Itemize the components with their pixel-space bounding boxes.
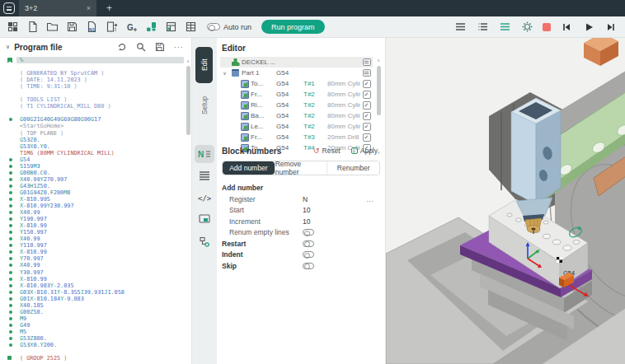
open-folder-icon[interactable] <box>45 20 59 34</box>
code-tool-icon[interactable]: </> <box>195 189 214 207</box>
calculator-icon[interactable] <box>164 20 178 34</box>
enabled-checkbox[interactable]: ✓ <box>363 80 371 88</box>
vertical-tab-setup[interactable]: Setup <box>195 90 213 121</box>
toggle-off-icon[interactable] <box>303 263 314 269</box>
settings-gear-icon[interactable] <box>520 20 534 34</box>
table-icon[interactable] <box>184 20 198 34</box>
search-icon[interactable] <box>136 42 146 52</box>
code-line[interactable]: X-810.983Y-2.035 <box>0 282 184 289</box>
form-value[interactable]: N <box>303 195 308 203</box>
numbered-list-icon[interactable] <box>476 20 490 34</box>
tab-renumber[interactable]: Renumber <box>327 161 379 175</box>
tree-row[interactable]: Ba...G54T#280mm Cylindrical ...✓ <box>220 110 373 121</box>
code-line[interactable]: X-810.99 <box>0 222 184 229</box>
code-line[interactable]: M5 <box>0 329 184 335</box>
block-numbers-tool-icon[interactable]: N <box>195 145 214 163</box>
new-file-icon[interactable] <box>26 20 40 34</box>
code-line[interactable]: G53Z0. <box>0 137 184 143</box>
toggle-off-icon[interactable] <box>303 251 314 258</box>
code-line[interactable]: X40.99 <box>0 209 184 216</box>
tree-chevron-icon[interactable]: ∨ <box>220 70 229 76</box>
code-line[interactable]: G01X-810.184Y-9.083 <box>0 296 184 302</box>
step-forward-icon[interactable] <box>604 20 618 34</box>
more-options-button[interactable]: ... <box>366 195 374 203</box>
code-line[interactable] <box>0 90 184 96</box>
tree-scrollbar[interactable]: ∧ ∨ <box>376 58 382 155</box>
code-line[interactable]: G00Z50. <box>0 309 184 315</box>
enabled-checkbox[interactable]: ✓ <box>363 112 371 120</box>
code-line[interactable]: % <box>0 57 184 63</box>
save-icon[interactable] <box>65 20 79 34</box>
code-line[interactable]: G03X-810.31Y-8.355I39.931J1.058 <box>0 289 184 296</box>
code-line[interactable]: G00G21G40G49G69G80G90G17 <box>0 116 184 123</box>
code-line[interactable]: <StartGoHome> <box>0 123 184 129</box>
reset-button[interactable]: ↺ Reset <box>313 147 341 155</box>
code-line[interactable]: X40.99Y270.997 <box>0 176 184 183</box>
code-line[interactable]: ( TOOLS LIST ) <box>0 96 184 103</box>
code-line[interactable]: X-810.99Y230.997 <box>0 203 184 209</box>
list-tool-icon[interactable] <box>195 166 214 184</box>
code-line[interactable]: S159M3 <box>0 163 184 170</box>
close-tab-icon[interactable]: × <box>87 4 91 12</box>
code-line[interactable]: ( T1 CYLINDRICAL_MILL D80 ) <box>0 103 184 110</box>
code-line[interactable]: G43H1Z50. <box>0 183 184 189</box>
code-line[interactable]: G53X0.Y0. <box>0 143 184 150</box>
code-line[interactable]: X-810.99 <box>0 276 184 282</box>
collapse-chevron-icon[interactable]: ∨ <box>6 44 10 50</box>
stop-icon[interactable] <box>543 23 551 31</box>
code-line[interactable]: G00B0.C0. <box>0 170 184 176</box>
simulation-view-icon[interactable] <box>195 210 214 228</box>
machine-3d-viewport[interactable]: G54 <box>385 38 625 364</box>
code-line[interactable]: X-810.995 <box>0 196 184 203</box>
code-line[interactable]: G01G94Z0.F200M8 <box>0 189 184 196</box>
code-line[interactable]: Y150.997 <box>0 229 184 236</box>
document-tab[interactable]: 3+2 × <box>19 0 96 16</box>
tree-scroll-thumb[interactable] <box>377 66 381 115</box>
run-program-button[interactable]: Run program <box>261 20 325 34</box>
form-value[interactable]: 10 <box>303 217 310 226</box>
code-line[interactable]: Y110.997 <box>0 242 184 249</box>
code-line[interactable]: M9 <box>0 315 184 322</box>
display-icon[interactable] <box>363 69 371 77</box>
code-line[interactable]: ( TOP PLANE ) <box>0 130 184 137</box>
tree-scroll-up-icon[interactable]: ∧ <box>376 58 381 63</box>
code-line[interactable] <box>0 63 184 70</box>
code-line[interactable]: G53X0.Y200. <box>0 342 184 348</box>
toggle-off-icon[interactable] <box>303 240 314 247</box>
highlight-list-icon[interactable] <box>498 20 512 34</box>
apply-button[interactable]: ✓ Apply <box>351 147 378 155</box>
export-file-icon[interactable] <box>105 20 119 34</box>
code-line[interactable]: X-810.99 <box>0 249 184 255</box>
tree-row[interactable]: DECKEL ... <box>220 57 373 68</box>
enabled-checkbox[interactable]: ✓ <box>363 133 371 142</box>
display-icon[interactable] <box>363 58 371 66</box>
scrollbar-thumb[interactable] <box>186 66 190 135</box>
code-line[interactable]: ( TIME: 9:31:10 ) <box>0 83 184 90</box>
new-tab-button[interactable]: + <box>106 2 112 14</box>
play-icon[interactable] <box>581 20 595 34</box>
code-line[interactable]: ( DATE: 14.11.2023 ) <box>0 77 184 83</box>
code-line[interactable]: ( GENERATED BY SprutCAM ) <box>0 70 184 77</box>
save-program-icon[interactable] <box>155 42 165 52</box>
code-line[interactable] <box>0 110 184 116</box>
scroll-up-icon[interactable]: ∧ <box>186 58 190 63</box>
postprocessor-icon[interactable] <box>144 20 158 34</box>
structure-tool-icon[interactable] <box>195 233 214 251</box>
tree-row[interactable]: ∨Part 1G54 <box>220 68 373 78</box>
enabled-checkbox[interactable]: ✓ <box>363 123 371 131</box>
code-line[interactable]: ( GROUP 2525 ) <box>0 355 184 362</box>
nc-file-icon[interactable]: N1 <box>85 20 99 34</box>
tab-add-number[interactable]: Add number <box>223 161 275 175</box>
tree-row[interactable]: Ri...G54T#280mm Cylindrical ...✓ <box>220 100 373 110</box>
tree-row[interactable]: To...G54T#180mm Cylindrical ...✓ <box>220 78 373 89</box>
code-line[interactable] <box>0 348 184 355</box>
toggle-off-icon[interactable] <box>303 229 314 236</box>
code-line[interactable]: T1M6 (80MM CYLINDRICAL MILL) <box>0 150 184 156</box>
regenerate-icon[interactable] <box>117 42 127 52</box>
tree-row[interactable]: Fr...G54T#280mm Cylindrical ...✓ <box>220 89 373 100</box>
list-icon[interactable] <box>453 20 468 34</box>
code-line[interactable]: G54 <box>0 156 184 163</box>
code-line[interactable]: G53Z800. <box>0 335 184 342</box>
auto-run-toggle[interactable]: Auto run <box>207 23 251 31</box>
code-line[interactable]: Y190.997 <box>0 216 184 222</box>
